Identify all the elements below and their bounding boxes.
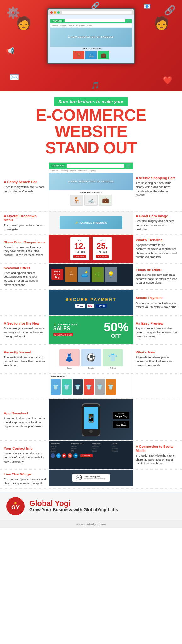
mockup-chat-row11: 💬 Live Chat Support We're online! How ca… [49, 470, 133, 488]
feature-row-8: NEW ARRIVAL 👕 👕 👕 👕 👕 👕 [0, 374, 182, 399]
christmas-percent: 50% [104, 321, 129, 333]
features-section: A Handy Search Bar Keep it easily within… [0, 159, 182, 492]
feature-live-chat: Live Chat Widget Connect with your custo… [0, 470, 49, 488]
feature-easy-preview: An Easy Preview A quick product preview … [133, 316, 182, 344]
mockup-blank-row2: ✨ FEATURED PRODUCTS [49, 212, 133, 234]
heart-icon: ❤️ [163, 76, 173, 85]
christmas-sales: SALES [53, 326, 78, 331]
feature-focus-offers-desc: Just like the discount section, a separa… [136, 273, 178, 285]
feature-row-11: Live Chat Widget Connect with your custo… [0, 470, 182, 488]
feature-social-title: A Connection to Social Media [136, 445, 178, 453]
feature-contact-info: Your Contact Info Immediate and clear di… [0, 441, 49, 469]
mockup-christmas-row6: 🎄 CHRISTMAS SALES SPECIAL OFFER 50% OFF [49, 316, 133, 344]
feature-recently-viewed-desc: This section allows shoppers to go back … [4, 355, 46, 367]
feature-whats-new-title: What's New [136, 350, 178, 354]
preview-product-1: 👗 Dress [59, 349, 80, 369]
feature-focus-offers-title: Focus on Offers [136, 268, 178, 272]
feature-seasonal: Seasonal Offers Keep adding elements of … [0, 264, 49, 290]
feature-app-download-title: App Download [4, 411, 46, 415]
feature-app-download-desc: A section to download the mobile friendl… [4, 416, 46, 428]
brand-website: www.globalyogi.me [0, 520, 182, 528]
title-section: Sure-fire features to make your E-COMMER… [0, 91, 182, 159]
footer-col-more: More BlogReviewsPartners [113, 443, 132, 452]
feature-hero-image: A Good Hero Image Beautiful imagery and … [133, 212, 182, 234]
feature-empty-right-11 [133, 470, 182, 488]
footer-col-shipping: Shipping Info DeliveryReturnsFAQ [71, 443, 90, 452]
mockup-preview-row7: 👗 Dress ⚽ Sports 👕 T-Shirt [49, 345, 133, 373]
feature-trending-desc: A popular feature for an ecommerce site … [136, 243, 178, 259]
feature-row-6: A Section for the New Showcase your newe… [0, 316, 182, 345]
monitor-frame: YOUR LOGO 🛒 Furniture Upholstery Bicycle… [47, 8, 135, 64]
feature-live-chat-title: Live Chat Widget [4, 472, 46, 476]
apparel-item-navy: 👕 [73, 379, 83, 395]
brand-company: Global Yogi [29, 500, 176, 507]
hook-icon: 🔗 [164, 5, 176, 16]
preview-product-3: 👕 T-Shirt [103, 349, 123, 369]
hero-section: ⚙️ 🔗 🧑 🧑 YOUR LOGO 🛒 [0, 0, 182, 91]
footer-cta-btn[interactable]: SUBSCRIBE [80, 454, 93, 457]
feature-secure-payment: Secure Payment Security is paramount whe… [133, 290, 182, 315]
mockup-deals-row4: Dealsof theDay 🪑 🛋️ 🌿 💡 [49, 264, 133, 290]
footer-social-icons: f t ▶ g in SUBSCRIBE [51, 453, 131, 458]
feature-flyout-menu: A Flyout/ Dropdown Menu This makes your … [0, 212, 49, 234]
price-card-1: Just 12s The Pack BUY NOW [70, 237, 89, 260]
mockup-app-row9: 📱 GET IT ON Google Play Download on the … [49, 399, 133, 440]
brand-logo: 🌟 GY [6, 497, 25, 515]
mockup-payment-row5: SECURE PAYMENT VISA MC PayPal [49, 290, 133, 315]
app-store-badges: GET IT ON Google Play Download on the Ap… [113, 412, 129, 428]
feature-new-section-title: A Section for the New [4, 321, 46, 325]
feature-row-9: App Download A section to download the m… [0, 399, 182, 441]
feature-price-compare: Show Price Comparisons Show them how muc… [0, 235, 49, 263]
feature-trending: What's Trending A popular feature for an… [133, 235, 182, 263]
feature-flyout-desc: This makes your website easier to naviga… [4, 223, 46, 231]
brand-tagline: Grow Your Business with GlobalYogi Labs [29, 507, 176, 513]
feature-recently-viewed: Recently Viewed This section allows shop… [0, 345, 49, 373]
feature-hero-desc: Beautiful imagery and banners can conver… [136, 219, 178, 231]
visa-badge: VISA [75, 304, 85, 308]
feature-seasonal-desc: Keep adding elements of seasons/occasion… [4, 271, 46, 287]
new-arrival-label: NEW ARRIVAL [51, 375, 131, 378]
feature-recently-viewed-title: Recently Viewed [4, 350, 46, 354]
feature-empty-right-9 [133, 399, 182, 440]
feature-flyout-title: A Flyout/ Dropdown Menu [4, 214, 46, 222]
apparel-item-blue: 👕 [51, 379, 61, 395]
phone-screen: 📱 [84, 407, 98, 429]
feature-secure-payment-desc: Security is paramount when you expect yo… [136, 301, 178, 309]
feature-new-section: A Section for the New Showcase your newe… [0, 316, 49, 344]
subtitle-box: Sure-fire features to make your [54, 97, 128, 106]
gp-icon: g [68, 453, 72, 458]
bottom-branding: 🌟 GY Global Yogi Grow Your Business with… [0, 492, 182, 520]
feature-price-desc: Show them how much money they save on th… [4, 245, 46, 257]
tw-icon: t [56, 453, 61, 458]
feature-social-desc: The options to follow the site or share … [136, 454, 178, 466]
feature-social-media: A Connection to Social Media The options… [133, 441, 182, 469]
envelope-icon: ✉️ [9, 73, 19, 82]
feature-row-10: Your Contact Info Immediate and clear di… [0, 441, 182, 470]
secure-payment-label: SECURE PAYMENT [65, 297, 116, 302]
feature-secure-payment-title: Secure Payment [136, 296, 178, 300]
apparel-item-gray: 👕 [95, 379, 105, 395]
preview-product-2: ⚽ Sports [81, 349, 101, 369]
feature-whats-new: What's New A Newsletter allows you to co… [133, 345, 182, 373]
feature-empty-right-8 [133, 374, 182, 399]
mc-badge: MC [87, 304, 94, 308]
person-left-icon: 🧑 [16, 16, 31, 31]
brand-text: Global Yogi Grow Your Business with Glob… [29, 500, 176, 513]
feature-row-3: Show Price Comparisons Show them how muc… [0, 235, 182, 264]
christmas-off: OFF [104, 333, 129, 339]
mail-icon: 📧 [144, 3, 151, 10]
feature-app-download: App Download A section to download the m… [0, 399, 49, 440]
main-title: E-COMMERCE WEBSITE STAND OUT [9, 107, 173, 156]
person-right-icon: 🧑 [154, 16, 169, 31]
feature-search-bar-desc: Keep it easily within site, to ease your… [4, 185, 46, 193]
feature-shopping-cart: A Visible Shopping Cart The shopping car… [133, 162, 182, 211]
price-card-2: Just 25s The Pack BUY NOW [93, 237, 112, 260]
megaphone-icon: 📢 [6, 47, 14, 55]
feature-hero-title: A Good Hero Image [136, 214, 178, 218]
google-play-badge: GET IT ON Google Play [113, 412, 129, 419]
hero-illustration: ⚙️ 🔗 🧑 🧑 YOUR LOGO 🛒 [0, 0, 182, 91]
feature-shopping-cart-title: A Visible Shopping Cart [136, 176, 178, 180]
brand-gy: GY [11, 505, 20, 510]
apparel-item-orange: 👕 [106, 379, 116, 395]
paypal-badge: PayPal [96, 304, 107, 308]
